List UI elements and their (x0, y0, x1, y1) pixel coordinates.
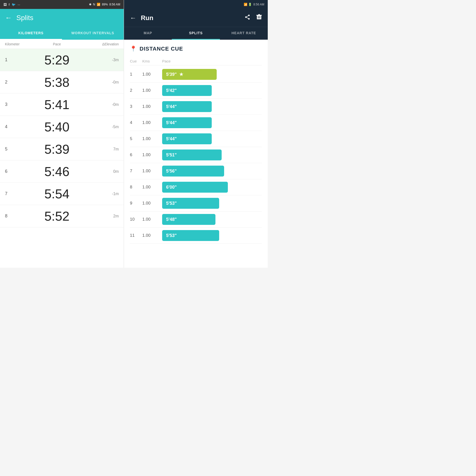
cue-kms: 1.00 (142, 185, 162, 190)
split-km-number: 6 (5, 169, 15, 174)
twitter-icon: 🐦 (12, 3, 16, 6)
cue-pace-value: 5'56" (166, 169, 177, 174)
svg-rect-7 (258, 14, 260, 15)
split-elevation-value: -5m (99, 125, 119, 129)
cue-number: 5 (130, 136, 142, 141)
cue-pace-bar: 5'42" (162, 85, 212, 96)
cue-kms: 1.00 (142, 88, 162, 93)
split-km-number: 4 (5, 124, 15, 129)
split-elevation-value: -0m (99, 80, 119, 85)
left-header: ← Splits (0, 9, 124, 27)
right-status-icons: 📶 🔋 (244, 3, 252, 6)
col-header-km: Kilometer (5, 42, 15, 46)
tab-heart-rate[interactable]: HEART RATE (220, 27, 268, 40)
photo-icon: 🖼 (3, 3, 7, 6)
split-elevation-value: -3m (99, 58, 119, 62)
cue-number: 9 (130, 201, 142, 206)
cue-pace-bar: 5'56" (162, 166, 224, 177)
split-pace-value: 5:46 (15, 164, 99, 179)
tab-workout-intervals[interactable]: WORKOUT INTERVALS (62, 27, 124, 40)
cue-number: 6 (130, 152, 142, 157)
tab-kilometers[interactable]: KILOMETERS (0, 27, 62, 40)
cue-pace-bar: 5'39" ★ (162, 69, 217, 80)
right-page-title: Run (141, 14, 240, 22)
split-pace-value: 5:40 (15, 119, 99, 134)
table-row: 2 5:38 -0m (0, 71, 124, 93)
star-icon: ★ (179, 72, 183, 77)
cue-pace-bar: 5'53" (162, 198, 219, 209)
delete-icon[interactable] (256, 14, 262, 22)
cue-pace-value: 5'39" (166, 72, 177, 77)
wifi-icon: 📶 (97, 3, 100, 6)
split-elevation-value: 0m (99, 169, 119, 174)
cue-kms: 1.00 (142, 201, 162, 206)
split-pace-value: 5:39 (15, 142, 99, 157)
tab-splits[interactable]: SPLITS (172, 27, 220, 40)
back-button[interactable]: ← (5, 14, 12, 22)
cue-pace-value: 5'44" (166, 136, 177, 142)
cue-pace-bar: 5'44" (162, 117, 212, 128)
split-km-number: 3 (5, 102, 15, 107)
table-row: 5 5:39 7m (0, 138, 124, 160)
share-icon[interactable] (244, 14, 250, 22)
split-km-number: 7 (5, 191, 15, 196)
cue-pace-value: 5'53" (166, 233, 177, 238)
table-row: 7 5:54 -1m (0, 183, 124, 205)
cue-pace-value: 5'48" (166, 217, 177, 222)
svg-line-4 (247, 16, 248, 17)
table-row: 3 5:41 -0m (0, 93, 124, 116)
table-row: 6 5:46 0m (0, 160, 124, 183)
tab-map[interactable]: MAP (124, 27, 172, 40)
list-item: 10 1.00 5'48" (130, 211, 262, 228)
list-item: 7 1.00 5'56" (130, 163, 262, 179)
split-pace-value: 5:29 (15, 53, 99, 67)
cue-kms: 1.00 (142, 233, 162, 238)
table-row: 8 5:52 2m (0, 205, 124, 227)
right-header: ← Run (124, 9, 268, 27)
cue-number: 4 (130, 120, 142, 125)
list-item: 8 1.00 6'00" (130, 179, 262, 195)
right-tabs: MAP SPLITS HEART RATE (124, 27, 268, 40)
more-icon: ··· (18, 3, 20, 6)
cue-pace-value: 5'42" (166, 88, 177, 93)
list-item: 9 1.00 5'53" (130, 195, 262, 211)
cue-pace-bar: 6'00" (162, 182, 228, 193)
list-item: 3 1.00 5'44" (130, 99, 262, 115)
table-row: 1 5:29 -3m (0, 49, 124, 71)
svg-rect-5 (257, 15, 261, 19)
distance-cue-title: DISTANCE CUE (140, 46, 183, 52)
right-content: 📍 DISTANCE CUE Cue Kms Pace 1 1.00 5'39"… (124, 40, 268, 268)
time-text: 8:56 AM (109, 3, 120, 6)
list-item: 6 1.00 5'51" (130, 147, 262, 163)
list-item: 4 1.00 5'44" (130, 115, 262, 131)
list-item: 2 1.00 5'42" (130, 83, 262, 99)
col-header-pace: Pace (15, 42, 99, 46)
cue-number: 3 (130, 104, 142, 109)
facebook-icon: f (9, 3, 10, 6)
cue-kms: 1.00 (142, 152, 162, 157)
cue-pace-bar: 5'51" (162, 149, 222, 160)
cue-number: 10 (130, 217, 142, 222)
cue-number: 1 (130, 72, 142, 77)
column-headers: Kilometer Pace ΔElevation (0, 40, 124, 49)
svg-point-2 (248, 18, 250, 20)
split-km-number: 5 (5, 147, 15, 152)
cue-pace-bar: 5'44" (162, 133, 212, 144)
right-time: 8:56 AM (253, 3, 264, 6)
right-panel: 📶 🔋 8:56 AM ← Run (124, 0, 268, 268)
split-km-number: 1 (5, 57, 15, 62)
split-pace-value: 5:52 (15, 209, 99, 224)
right-back-button[interactable]: ← (130, 14, 136, 22)
list-item: 5 1.00 5'44" (130, 131, 262, 147)
svg-rect-9 (260, 16, 260, 18)
split-km-number: 8 (5, 213, 15, 219)
distance-cue-header: 📍 DISTANCE CUE (130, 46, 262, 52)
cue-column-headers: Cue Kms Pace (130, 57, 262, 65)
cue-pace-bar: 5'48" (162, 214, 215, 225)
cue-pace-value: 5'44" (166, 120, 177, 125)
status-bar-right: 📶 🔋 8:56 AM (124, 0, 268, 9)
cue-number: 2 (130, 88, 142, 93)
cue-rows: 1 1.00 5'39" ★ 2 1.00 5'42" 3 1.00 5'44"… (130, 66, 262, 244)
svg-point-0 (248, 15, 250, 16)
cue-number: 7 (130, 169, 142, 174)
